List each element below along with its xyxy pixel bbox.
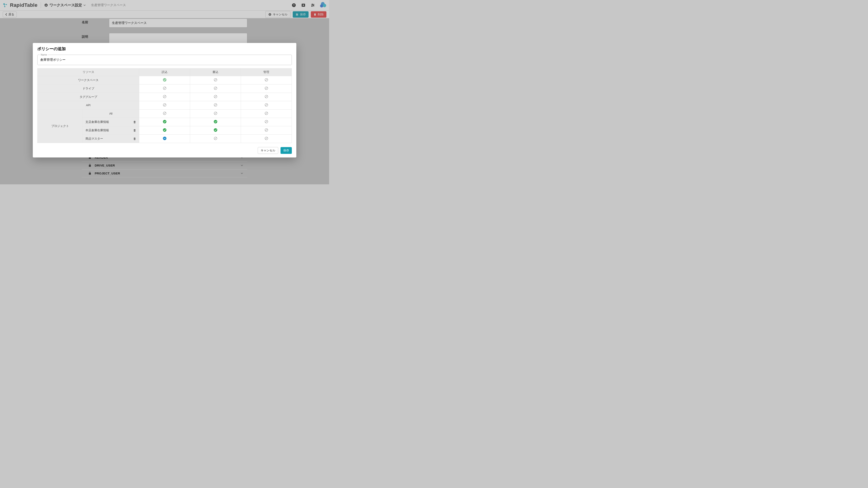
svg-line-32 (266, 87, 268, 89)
trash-icon[interactable] (133, 129, 136, 132)
col-read: 読込 (139, 68, 190, 76)
trash-icon[interactable] (133, 120, 136, 124)
deny-icon[interactable] (265, 103, 268, 107)
svg-line-34 (164, 96, 166, 98)
deny-icon[interactable] (265, 95, 268, 98)
modal-cancel-button[interactable]: キャンセル (258, 147, 278, 154)
modal-cancel-label: キャンセル (260, 149, 275, 153)
resource-row: ワークスペース (37, 76, 139, 85)
deny-icon[interactable] (214, 103, 217, 107)
svg-line-46 (164, 112, 166, 114)
allow-icon[interactable] (163, 120, 166, 124)
resource-project-group: プロジェクト (37, 109, 83, 143)
col-admin: 管理 (241, 68, 292, 76)
resource-row: ドライブ (37, 85, 139, 93)
svg-point-62 (214, 128, 217, 132)
svg-line-71 (215, 137, 217, 139)
allow-icon[interactable] (163, 128, 166, 132)
allow-icon[interactable] (214, 120, 217, 124)
svg-line-64 (266, 129, 268, 131)
deny-icon[interactable] (265, 136, 268, 140)
trash-icon[interactable] (133, 137, 136, 140)
deny-icon[interactable] (163, 111, 166, 115)
minus-icon[interactable] (163, 136, 166, 140)
svg-line-40 (164, 104, 166, 106)
deny-icon[interactable] (265, 120, 268, 124)
modal-save-label: 保存 (283, 149, 289, 153)
allow-icon[interactable] (214, 128, 217, 132)
svg-line-50 (266, 112, 268, 114)
svg-line-24 (215, 79, 217, 81)
deny-icon[interactable] (214, 136, 217, 140)
svg-line-28 (164, 87, 166, 89)
permission-table: リソース 読込 書込 管理 ワークスペースドライブタググループAPIプロジェクト… (37, 68, 292, 143)
svg-line-30 (215, 87, 217, 89)
project-row: 本店倉庫在庫情報 (83, 126, 139, 135)
modal-title: ポリシーの追加 (33, 43, 296, 54)
deny-icon[interactable] (214, 78, 217, 82)
project-row: All (83, 109, 139, 118)
policy-name-field: Name (37, 55, 292, 65)
project-row: 商品マスター (83, 135, 139, 143)
svg-line-48 (215, 112, 217, 114)
deny-icon[interactable] (214, 95, 217, 98)
modal-save-button[interactable]: 保存 (281, 147, 292, 154)
deny-icon[interactable] (163, 95, 166, 98)
svg-line-44 (266, 104, 268, 106)
allow-icon[interactable] (163, 78, 166, 82)
svg-point-55 (214, 120, 217, 124)
svg-point-61 (163, 128, 166, 132)
col-resource: リソース (37, 68, 139, 76)
add-policy-modal: ポリシーの追加 Name リソース 読込 書込 管理 ワークスペースドライブタグ… (33, 43, 296, 158)
deny-icon[interactable] (265, 78, 268, 82)
svg-line-36 (215, 96, 217, 98)
deny-icon[interactable] (214, 86, 217, 90)
deny-icon[interactable] (163, 103, 166, 107)
svg-line-42 (215, 104, 217, 106)
project-row: 支店倉庫在庫情報 (83, 118, 139, 126)
svg-line-57 (266, 121, 268, 123)
policy-name-input[interactable] (37, 55, 291, 65)
deny-icon[interactable] (163, 86, 166, 90)
resource-row: タググループ (37, 93, 139, 101)
svg-point-22 (163, 78, 166, 82)
deny-icon[interactable] (265, 128, 268, 132)
svg-line-38 (266, 96, 268, 98)
deny-icon[interactable] (265, 111, 268, 115)
deny-icon[interactable] (214, 111, 217, 115)
svg-line-26 (266, 79, 268, 81)
resource-row: API (37, 101, 139, 109)
svg-line-73 (266, 137, 268, 139)
svg-point-54 (163, 120, 166, 124)
policy-name-floating-label: Name (40, 53, 48, 56)
deny-icon[interactable] (265, 86, 268, 90)
col-write: 書込 (190, 68, 241, 76)
